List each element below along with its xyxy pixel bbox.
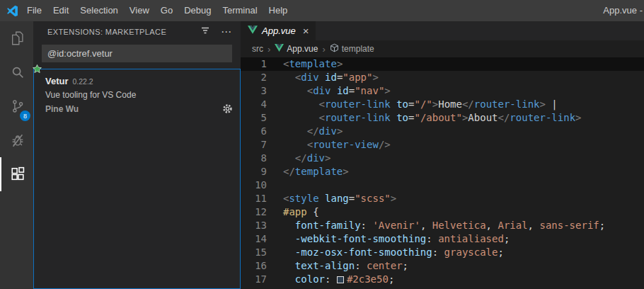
color-swatch[interactable] — [337, 276, 344, 283]
menu-item-go[interactable]: Go — [155, 0, 178, 21]
code-line[interactable]: 6 </div> — [241, 125, 644, 138]
sidebar-header: EXTENSIONS: MARKETPLACE ⋯ — [33, 21, 241, 42]
breadcrumbs: src › App.vue › template — [241, 40, 644, 57]
vscode-logo-icon — [6, 5, 18, 17]
line-content: </template> — [283, 165, 349, 178]
line-number: 1 — [241, 57, 267, 71]
line-content: font-family: 'Avenir', Helvetica, Arial,… — [283, 219, 605, 232]
extension-item-vetur[interactable]: Vetur 0.22.2 Vue tooling for VS Code Pin… — [34, 69, 240, 120]
code-line[interactable]: 7 <router-view/> — [241, 138, 644, 152]
line-content: <style lang="scss"> — [283, 192, 396, 205]
breadcrumb-separator: › — [322, 44, 325, 55]
activity-debug-icon[interactable] — [0, 123, 33, 157]
clear-filter-icon[interactable] — [200, 26, 210, 38]
extensions-list: Vetur 0.22.2 Vue tooling for VS Code Pin… — [33, 69, 241, 289]
sidebar-title: EXTENSIONS: MARKETPLACE — [47, 28, 200, 36]
code-line[interactable]: 17 color: #2c3e50; — [241, 273, 644, 286]
code-editor[interactable]: 1<template>2 <div id="app">3 <div id="na… — [241, 57, 644, 289]
breadcrumb-symbol[interactable]: template — [330, 43, 374, 55]
breadcrumb-file[interactable]: App.vue — [275, 44, 318, 54]
workbench: 8 EXTENSIONS: MARKETPLACE — [0, 21, 644, 289]
line-number: 2 — [241, 71, 267, 84]
line-content: <div id="nav"> — [283, 84, 391, 98]
extensions-search — [42, 45, 232, 62]
extensions-search-input[interactable] — [42, 45, 232, 62]
line-number: 3 — [241, 84, 267, 98]
extension-name: Vetur — [45, 76, 69, 86]
extension-description: Vue tooling for VS Code — [45, 90, 233, 100]
code-line[interactable]: 10 — [241, 178, 644, 192]
menu-item-debug[interactable]: Debug — [178, 0, 217, 21]
activity-bar: 8 — [0, 21, 33, 289]
menu-item-view[interactable]: View — [124, 0, 155, 21]
line-content: -moz-osx-font-smoothing: grayscale; — [283, 246, 504, 259]
code-line[interactable]: 11<style lang="scss"> — [241, 192, 644, 205]
code-line[interactable]: 8 </div> — [241, 152, 644, 165]
tab-close-icon[interactable]: × — [303, 26, 309, 36]
menu-item-edit[interactable]: Edit — [47, 0, 74, 21]
line-number: 15 — [241, 246, 267, 259]
line-content: </div> — [283, 152, 330, 165]
menu-item-file[interactable]: File — [21, 0, 47, 21]
tab-app-vue[interactable]: App.vue × — [241, 21, 316, 40]
extensions-sidebar: EXTENSIONS: MARKETPLACE ⋯ Vetur 0 — [33, 21, 241, 289]
menu-item-terminal[interactable]: Terminal — [217, 0, 263, 21]
line-content: </div> — [283, 125, 343, 138]
code-line[interactable]: 3 <div id="nav"> — [241, 84, 644, 98]
code-line[interactable]: 13 font-family: 'Avenir', Helvetica, Ari… — [241, 219, 644, 232]
code-line[interactable]: 2 <div id="app"> — [241, 71, 644, 84]
breadcrumb-folder[interactable]: src — [252, 44, 263, 54]
line-number: 5 — [241, 111, 267, 125]
line-number: 16 — [241, 259, 267, 273]
extension-author: Pine Wu — [45, 104, 222, 114]
menu-item-help[interactable]: Help — [263, 0, 294, 21]
line-content: text-align: center; — [283, 259, 408, 273]
line-content: <router-link to="/">Home</router-link> | — [283, 98, 558, 111]
line-number: 14 — [241, 232, 267, 246]
title-bar: FileEditSelectionViewGoDebugTerminalHelp… — [0, 0, 644, 21]
line-number: 17 — [241, 273, 267, 286]
line-number: 9 — [241, 165, 267, 178]
code-line[interactable]: 14 -webkit-font-smoothing: antialiased; — [241, 232, 644, 246]
activity-extensions-icon[interactable] — [0, 157, 33, 191]
recommended-star-icon — [32, 64, 42, 77]
code-line[interactable]: 4 <router-link to="/">Home</router-link>… — [241, 98, 644, 111]
template-symbol-icon — [330, 43, 339, 55]
editor-group: App.vue × src › App.vue › — [241, 21, 644, 289]
more-actions-icon[interactable]: ⋯ — [221, 28, 232, 35]
extension-manage-gear-icon[interactable] — [222, 103, 233, 114]
tab-bar: App.vue × — [241, 21, 644, 40]
line-number: 6 — [241, 125, 267, 138]
line-content: <div id="app"> — [283, 71, 379, 84]
menu-item-selection[interactable]: Selection — [74, 0, 123, 21]
window-title: App.vue - — [603, 0, 644, 21]
activity-explorer-icon[interactable] — [0, 21, 33, 55]
code-line[interactable]: 5 <router-link to="/about">About</router… — [241, 111, 644, 125]
line-number: 7 — [241, 138, 267, 152]
line-number: 11 — [241, 192, 267, 205]
line-number: 13 — [241, 219, 267, 232]
line-content: #app { — [283, 205, 319, 219]
vue-logo-icon — [248, 26, 258, 36]
code-line[interactable]: 16 text-align: center; — [241, 259, 644, 273]
tab-label: App.vue — [262, 26, 296, 36]
menu-bar-items: FileEditSelectionViewGoDebugTerminalHelp — [21, 0, 293, 21]
line-number: 4 — [241, 98, 267, 111]
line-number: 12 — [241, 205, 267, 219]
code-line[interactable]: 9</template> — [241, 165, 644, 178]
line-number: 8 — [241, 152, 267, 165]
line-content: -webkit-font-smoothing: antialiased; — [283, 232, 510, 246]
code-line[interactable]: 12#app { — [241, 205, 644, 219]
code-line[interactable]: 15 -moz-osx-font-smoothing: grayscale; — [241, 246, 644, 259]
code-line[interactable]: 1<template> — [241, 57, 644, 71]
vue-logo-icon — [275, 44, 284, 54]
extension-version: 0.22.2 — [73, 77, 93, 86]
breadcrumb-separator: › — [268, 44, 270, 55]
line-content: color: #2c3e50; — [283, 273, 394, 286]
activity-search-icon[interactable] — [0, 55, 33, 89]
source-control-badge: 8 — [20, 110, 30, 121]
line-content: <template> — [283, 57, 343, 71]
line-content: <router-view/> — [283, 138, 391, 152]
activity-source-control-icon[interactable]: 8 — [0, 89, 33, 123]
line-content: <router-link to="/about">About</router-l… — [283, 111, 582, 125]
